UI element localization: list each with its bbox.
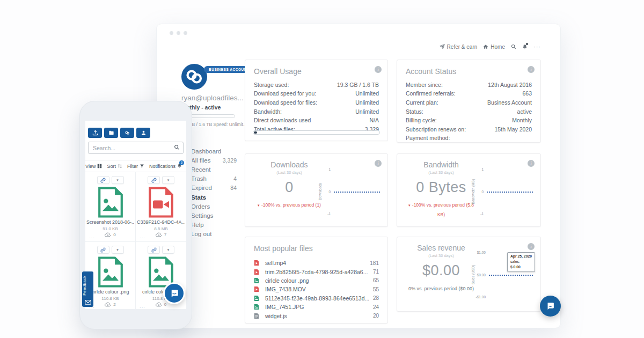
- sidebar-item-help[interactable]: Help: [191, 221, 237, 230]
- sidebar-item-trash[interactable]: Trash4: [191, 174, 237, 183]
- funnel-icon: [140, 164, 144, 168]
- chart-series-line: [487, 192, 533, 193]
- window-dot: [177, 31, 180, 35]
- copy-link-button[interactable]: [97, 176, 109, 184]
- file-card[interactable]: ▾ Screenshot 2018-06-... 51.0 KB 0 ···: [85, 172, 136, 242]
- downloads-mini-chart: Downloads 1 0 -1: [318, 169, 380, 214]
- chart-series-line: [334, 192, 380, 193]
- phone-action-buttons: [88, 128, 150, 138]
- chat-launcher[interactable]: [540, 296, 561, 317]
- sidebar-item-dashboard[interactable]: Dashboard: [191, 146, 237, 156]
- bandwidth-card: i Bandwidth (Last 30 days) 0 Bytes ▾ -10…: [397, 153, 541, 227]
- feedback-tab[interactable]: Feedback: [82, 271, 93, 307]
- browser-window: Refer & earn Home ··· BUSINESS ACCOUNT r…: [156, 24, 561, 328]
- file-row[interactable]: IMG_7451.JPG24: [245, 303, 387, 311]
- copy-link-button[interactable]: [148, 176, 160, 184]
- info-icon[interactable]: i: [528, 160, 535, 167]
- card-footer-dots: ···: [140, 305, 145, 309]
- info-icon[interactable]: i: [375, 160, 382, 167]
- link-icon: [151, 178, 157, 183]
- sidebar-item-recent[interactable]: Recent: [191, 165, 237, 174]
- card-title: Account Status: [397, 60, 540, 78]
- home-label: Home: [491, 44, 505, 50]
- account-button[interactable]: [136, 128, 150, 138]
- account-row: Subscription renews on:15th May 2020: [397, 125, 540, 134]
- file-row[interactable]: 5112e345-f23e-49ab-8993-864ee6513d...28: [245, 294, 387, 303]
- new-folder-button[interactable]: [104, 128, 118, 138]
- chat-launcher-small[interactable]: [163, 282, 185, 304]
- copy-link-button[interactable]: [97, 246, 109, 254]
- sidebar-item-expired[interactable]: Expired84: [191, 183, 237, 193]
- upload-button[interactable]: [88, 128, 102, 138]
- chat-bubble-icon: [546, 302, 555, 311]
- chart-series-line: [489, 275, 533, 276]
- envelope-icon: [85, 300, 91, 305]
- sidebar-item-orders[interactable]: Orders: [191, 202, 237, 211]
- refer-earn-link[interactable]: Refer & earn: [440, 44, 478, 50]
- video-file-icon: [254, 286, 259, 292]
- sidebar-item-all-files[interactable]: All files3,329: [191, 156, 237, 165]
- file-card[interactable]: ▾ C339F21C-94DC-4A... 8.5 MB 7 ···: [136, 172, 186, 242]
- account-row: Confirmed referrals:663: [397, 90, 540, 99]
- info-icon[interactable]: i: [528, 243, 535, 250]
- grid-view-icon: [97, 164, 102, 168]
- usage-row: Bandwidth:Unlimited: [245, 107, 387, 116]
- sidebar-item-stats[interactable]: Stats: [191, 193, 237, 202]
- image-file-icon: [254, 277, 259, 284]
- link-icon: [100, 247, 106, 253]
- home-icon: [483, 44, 488, 49]
- more-options-button[interactable]: ▾: [112, 176, 124, 184]
- account-row: Member since:12th August 2016: [397, 80, 540, 90]
- more-options-button[interactable]: ▾: [112, 246, 124, 254]
- file-row[interactable]: cirlcle colour .png65: [245, 276, 387, 285]
- more-options-button[interactable]: ▾: [162, 246, 174, 254]
- sidebar-item-settings[interactable]: Settings: [191, 211, 237, 220]
- account-row: Billing cycle:Monthly: [397, 116, 540, 125]
- file-name: cirlcle colour .png: [86, 289, 134, 295]
- download-cloud-icon: [156, 302, 162, 307]
- file-row[interactable]: trim.2b8256f5-7cda-4798-925d-a428a6...71: [245, 267, 387, 276]
- shared-links-button[interactable]: [120, 128, 134, 138]
- window-dot: [184, 31, 187, 35]
- info-icon[interactable]: i: [375, 66, 382, 73]
- page: Refer & earn Home ··· BUSINESS ACCOUNT r…: [0, 0, 644, 338]
- notification-badge: 2: [179, 160, 184, 165]
- image-file-icon: [254, 304, 259, 310]
- notification-dot: [526, 43, 528, 45]
- info-icon[interactable]: i: [528, 66, 535, 73]
- image-file-icon: [97, 256, 125, 288]
- file-row[interactable]: widget.js20: [245, 311, 387, 320]
- window-dot: [170, 31, 173, 35]
- down-caret-icon: ▾: [408, 203, 411, 207]
- more-menu[interactable]: ···: [533, 43, 541, 50]
- search-icon[interactable]: [174, 144, 180, 150]
- storage-progressbar: [253, 130, 380, 135]
- file-row[interactable]: IMG_7438.MOV55: [245, 285, 387, 293]
- search-input[interactable]: [88, 142, 184, 154]
- download-cloud-icon: [105, 232, 111, 237]
- image-file-icon: [254, 295, 259, 302]
- account-row: Status:active: [397, 107, 540, 116]
- file-row[interactable]: sell.mp4181: [245, 259, 387, 267]
- search-icon[interactable]: [511, 44, 516, 49]
- popular-files-list: sell.mp4181 trim.2b8256f5-7cda-4798-925d…: [245, 255, 387, 320]
- sort-control[interactable]: Sort: [107, 164, 122, 169]
- notifications-bell[interactable]: [522, 44, 528, 50]
- copy-link-button[interactable]: [148, 246, 160, 254]
- bandwidth-mini-chart: Bandwidth (MB) 1 0 -1: [471, 169, 533, 214]
- sidebar-menu: Dashboard All files3,329 Recent Trash4 E…: [191, 146, 237, 239]
- notifications-control[interactable]: Notifications 2: [149, 163, 182, 170]
- y-tick: -1: [471, 212, 484, 216]
- video-file-icon: [254, 269, 259, 275]
- account-row: Current plan:Business Account: [397, 98, 540, 107]
- more-options-button[interactable]: ▾: [162, 176, 174, 184]
- view-toggle[interactable]: View: [85, 164, 102, 169]
- card-title: Overall Usage: [245, 60, 387, 78]
- uploadfiles-logo: [181, 64, 207, 90]
- file-card-actions: ▾: [97, 176, 124, 184]
- file-card-actions: ▾: [97, 246, 124, 254]
- sidebar-item-logout[interactable]: Log out: [191, 230, 237, 239]
- filter-control[interactable]: Filter: [127, 164, 144, 169]
- home-link[interactable]: Home: [483, 44, 505, 50]
- image-file-icon: [97, 186, 125, 218]
